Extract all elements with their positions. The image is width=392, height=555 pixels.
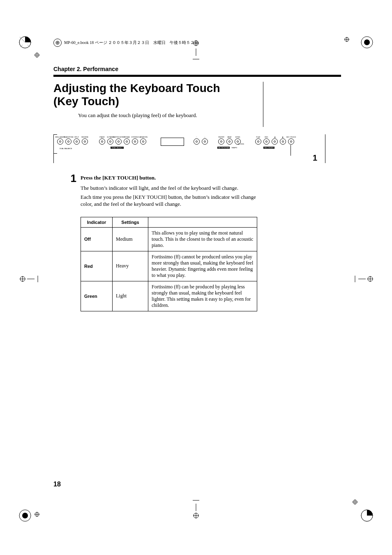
- step-number: 1: [53, 173, 81, 184]
- table-header-row: Indicator Settings: [81, 217, 257, 227]
- page-number: 18: [53, 481, 61, 488]
- panel-under-tempo: TEMPO: [231, 147, 237, 149]
- cell-setting-medium: Medium: [113, 227, 148, 251]
- svg-point-28: [35, 53, 39, 57]
- panel-btn-transpose: [65, 138, 71, 145]
- panel-btn-fwd: [280, 138, 286, 145]
- panel-label-beat: BEAT: [227, 136, 231, 138]
- reg-mark-right-center: [367, 276, 373, 282]
- panel-label-minus: −: [196, 136, 197, 138]
- panel-label-harpsichord: HARPSICHORD: [113, 136, 125, 138]
- panel-label-play: PLAY: [256, 136, 261, 138]
- svg-point-22: [361, 37, 373, 48]
- panel-btn-minus: [194, 138, 200, 145]
- cell-indicator-red: Red: [81, 251, 113, 281]
- panel-btn-beat: [226, 138, 233, 145]
- reg-mark-left-center: [20, 276, 25, 282]
- svg-point-10: [20, 276, 25, 281]
- reg-mark-bottom-center: [193, 513, 199, 518]
- panel-btn-keytouch: [288, 138, 294, 145]
- panel-under-recorder: RECORDER: [263, 147, 274, 149]
- step-paragraph-1: The button’s indicator will light, and t…: [81, 184, 261, 192]
- intro-text: You can adjust the touch (playing feel) …: [78, 112, 259, 119]
- panel-btn-onoff: [218, 138, 224, 145]
- step-paragraph-2: Each time you press the [KEY TOUCH] butt…: [81, 193, 261, 208]
- color-target-top-left: [19, 36, 31, 48]
- panel-btn-harpsichord: [115, 138, 122, 145]
- svg-point-25: [22, 513, 28, 518]
- svg-point-15: [368, 276, 373, 281]
- panel-btn-organ: [124, 138, 130, 145]
- panel-btn-split: [74, 138, 80, 145]
- cell-desc-red: Fortissimo (ff) cannot be produced unles…: [148, 251, 257, 281]
- svg-point-20: [19, 37, 31, 48]
- book-icon: [53, 39, 62, 47]
- svg-point-37: [353, 500, 357, 504]
- chapter-rule: [53, 75, 341, 77]
- color-target-bottom-left: [19, 509, 31, 522]
- color-target-bottom-right: [361, 509, 373, 522]
- panel-label-keytouch: KEY TOUCH: [286, 136, 296, 138]
- panel-under-allsong: ALL SONG: [238, 143, 244, 145]
- callout-line: [291, 145, 291, 156]
- panel-btn-brilliance: [57, 138, 63, 145]
- crop-mark-top-center: [193, 48, 199, 60]
- panel-label-transpose: TRANSPOSE: [63, 136, 74, 138]
- svg-point-24: [19, 510, 31, 521]
- panel-label-organ: ORGAN: [124, 136, 130, 138]
- device-panel-diagram: BRILLIANCE TRANSPOSE SPLIT REVERB DUAL B…: [53, 134, 325, 163]
- panel-label-strings: STRINGS: [131, 136, 139, 138]
- table-header-settings: Settings: [113, 217, 148, 227]
- panel-btn-play: [255, 138, 261, 145]
- panel-label-reverb: REVERB: [81, 136, 88, 138]
- svg-point-7: [194, 513, 198, 518]
- reg-mark-bottom-right-inner: [353, 500, 357, 504]
- panel-btn-rew: [272, 138, 278, 145]
- cell-setting-heavy: Heavy: [113, 251, 148, 281]
- svg-point-26: [361, 510, 373, 521]
- reg-mark-top-right-inner: [344, 37, 349, 42]
- crop-mark-left-center: [27, 276, 39, 282]
- title-vertical-rule: [263, 82, 263, 127]
- panel-label-plus: +: [204, 136, 205, 138]
- panel-label-rec: REC: [265, 136, 268, 138]
- table-header-indicator: Indicator: [81, 217, 113, 227]
- crop-mark-right-center: [354, 276, 366, 282]
- svg-point-27: [361, 510, 373, 521]
- cell-indicator-off: Off: [81, 227, 113, 251]
- svg-point-31: [345, 37, 349, 41]
- svg-point-21: [19, 37, 31, 48]
- table-row: Off Medium This allows you to play using…: [81, 227, 257, 251]
- panel-under-dual-balance: DUAL BALANCE: [60, 147, 72, 150]
- panel-btn-epiano: [107, 138, 113, 145]
- table-row: Red Heavy Fortissimo (ff) cannot be prod…: [81, 251, 257, 281]
- panel-btn-reverb: [82, 138, 88, 145]
- cell-desc-green: Fortissimo (ff) can be produced by playi…: [148, 281, 257, 311]
- page-title-line1: Adjusting the Keyboard Touch: [53, 82, 220, 94]
- panel-btn-rec: [263, 138, 270, 145]
- reg-mark-bottom-left-inner: [35, 512, 39, 517]
- panel-label-split: SPLIT: [74, 136, 79, 138]
- cell-desc-off: This allows you to play using the most n…: [148, 227, 257, 251]
- panel-label-rew: ◀: [274, 136, 275, 138]
- chapter-header: Chapter 2. Performance: [53, 66, 341, 72]
- reg-mark-top-left-inner: [35, 53, 39, 58]
- svg-point-23: [364, 39, 370, 45]
- panel-btn-strings: [132, 138, 138, 145]
- table-header-blank: [148, 217, 257, 227]
- panel-label-song: SONG: [235, 136, 240, 138]
- cell-indicator-green: Green: [81, 281, 113, 311]
- cell-setting-light: Light: [113, 281, 148, 311]
- crop-mark-bottom-center: [193, 500, 199, 511]
- panel-btn-variation: [140, 138, 146, 145]
- book-meta-header: MP-60_e.book 18 ページ ２００５年３月２３日 水曜日 午後５時５…: [53, 39, 198, 47]
- panel-label-variation: VARIATION: [139, 136, 148, 138]
- panel-label-piano: PIANO: [99, 136, 104, 138]
- panel-btn-piano: [99, 138, 105, 145]
- step-title: Press the [KEY TOUCH] button.: [81, 175, 261, 181]
- page-title: Adjusting the Keyboard Touch (Key Touch): [53, 82, 259, 108]
- svg-point-34: [35, 512, 39, 516]
- callout-number: 1: [313, 153, 317, 163]
- color-target-top-right: [361, 36, 373, 48]
- panel-btn-plus: [202, 138, 208, 145]
